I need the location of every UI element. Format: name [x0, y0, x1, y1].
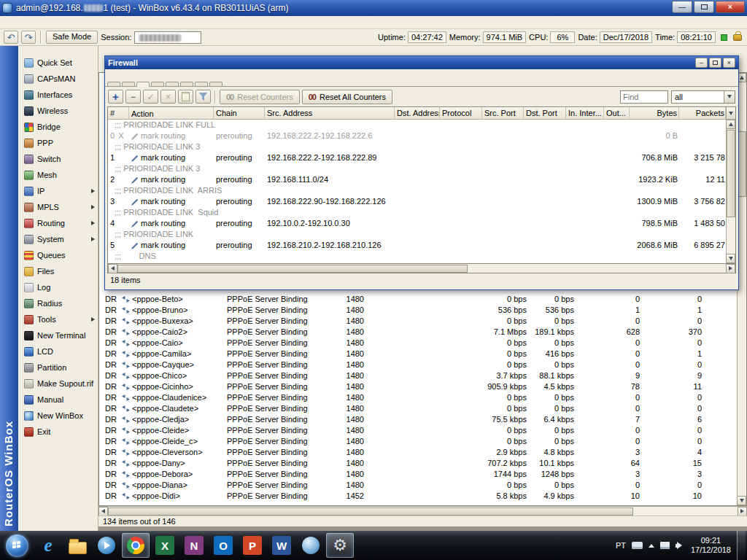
language-indicator[interactable]: PT [616, 541, 626, 550]
scroll-down-button[interactable] [726, 254, 735, 263]
hidden-icons-chevron-icon[interactable] [649, 544, 654, 548]
scrollbar-thumb[interactable] [117, 265, 468, 273]
pppoe-binding-row-pppoe-chico[interactable]: DR <pppoe-Chico> PPPoE Server Binding 14… [99, 370, 737, 381]
scroll-right-button[interactable] [738, 507, 747, 516]
firewall-rule-row[interactable]: 5 mark routing prerouting 192.168.210.2-… [108, 240, 726, 251]
remove-icon[interactable]: − [125, 90, 141, 104]
enable-icon[interactable]: ✓ [143, 90, 158, 104]
chevron-down-icon[interactable] [724, 91, 735, 103]
sidebar-item-new-winbox[interactable]: New WinBox [18, 408, 98, 424]
find-input[interactable] [620, 90, 668, 104]
column-header-dst-port[interactable]: Dst. Port [524, 107, 566, 119]
sidebar-item-partition[interactable]: Partition [18, 359, 98, 376]
keyboard-icon[interactable] [632, 542, 643, 549]
tab-connections[interactable] [180, 82, 193, 86]
session-input[interactable] [134, 31, 201, 44]
scrollbar-thumb[interactable] [727, 130, 735, 217]
column-header-out[interactable]: Out... [604, 107, 630, 119]
taskbar-app-media-icon[interactable] [93, 533, 120, 558]
sidebar-item-new-terminal[interactable]: New Terminal [18, 327, 98, 343]
taskbar-app-folder-icon[interactable] [63, 533, 91, 558]
close-button[interactable]: × [716, 1, 745, 13]
sidebar-item-ppp[interactable]: PPP [18, 135, 98, 151]
pppoe-binding-row-pppoe-claudete[interactable]: DR <pppoe-Claudete> PPPoE Server Binding… [99, 403, 737, 414]
sidebar-item-exit[interactable]: Exit [18, 424, 98, 440]
undo-arrow-icon[interactable]: ↶ [4, 31, 18, 44]
taskbar-app-gear-icon[interactable]: ⚙ [326, 533, 354, 558]
scrollbar-thumb[interactable] [108, 508, 633, 516]
tab-filter-rules[interactable] [107, 82, 120, 86]
column-header-packets[interactable]: Packets [679, 107, 726, 119]
firewall-titlebar[interactable]: Firewall – × [105, 56, 738, 69]
taskbar-app-powerpoint-icon[interactable]: P [239, 533, 266, 558]
pppoe-binding-row-pppoe-caio[interactable]: DR <pppoe-Caio> PPPoE Server Binding 148… [99, 338, 737, 349]
column-header-chain[interactable]: Chain [214, 107, 265, 119]
column-header-dst-address[interactable]: Dst. Address [395, 107, 440, 119]
tab-raw[interactable] [151, 82, 164, 86]
sidebar-item-bridge[interactable]: Bridge [18, 119, 98, 135]
sidebar-item-interfaces[interactable]: Interfaces [18, 87, 98, 103]
sidebar-item-radius[interactable]: Radius [18, 295, 98, 311]
sidebar-item-ip[interactable]: IP [18, 183, 98, 199]
sidebar-item-switch[interactable]: Switch [18, 151, 98, 167]
pppoe-binding-row-pppoe-bruno[interactable]: DR <pppoe-Bruno> PPPoE Server Binding 14… [99, 305, 737, 316]
pppoe-binding-row-pppoe-cleide-c[interactable]: DR <pppoe-Cleide_c> PPPoE Server Binding… [99, 436, 737, 447]
sidebar-item-system[interactable]: System [18, 231, 98, 247]
column-header-[interactable]: # [108, 107, 129, 119]
taskbar-app-excel-icon[interactable]: X [151, 533, 179, 558]
firewall-comment-row[interactable]: ;;; PRIORIDADE LINK 3 [108, 163, 726, 174]
sidebar-item-routing[interactable]: Routing [18, 215, 98, 231]
firewall-rule-row[interactable]: 1 mark routing prerouting 192.168.222.2-… [108, 152, 726, 163]
pppoe-binding-row-pppoe-buxexa[interactable]: DR <pppoe-Buxexa> PPPoE Server Binding 1… [99, 316, 737, 327]
comment-icon[interactable] [178, 90, 193, 104]
horizontal-scrollbar[interactable] [98, 506, 747, 516]
sidebar-item-tools[interactable]: Tools [18, 311, 98, 327]
pppoe-binding-row-pppoe-claudenice[interactable]: DR <pppoe-Claudenice> PPPoE Server Bindi… [99, 392, 737, 403]
volume-icon[interactable] [676, 542, 685, 549]
scroll-right-button[interactable] [726, 264, 735, 273]
sidebar-item-quick-set[interactable]: Quick Set [18, 55, 98, 71]
network-icon[interactable] [660, 542, 670, 549]
taskbar-app-outlook-icon[interactable]: O [209, 533, 237, 558]
safe-mode-button[interactable]: Safe Mode [46, 31, 98, 44]
taskbar-app-ie-icon[interactable]: e [34, 533, 62, 558]
add-icon[interactable]: + [108, 90, 123, 104]
sidebar-item-files[interactable]: Files [18, 263, 98, 279]
pppoe-binding-row-pppoe-cayque[interactable]: DR <pppoe-Cayque> PPPoE Server Binding 1… [99, 359, 737, 370]
filter-dropdown[interactable]: all [671, 90, 735, 104]
clock[interactable]: 09:21 17/12/2018 [691, 536, 731, 555]
column-select-button[interactable] [726, 107, 735, 119]
tab-nat[interactable] [122, 82, 135, 86]
minimize-button[interactable]: – [695, 58, 708, 68]
column-header-in-inter[interactable]: In. Inter... [566, 107, 604, 119]
restore-button[interactable] [709, 58, 721, 68]
pppoe-binding-row-pppoe-debora[interactable]: DR <pppoe-Debora> PPPoE Server Binding 1… [99, 469, 737, 480]
firewall-comment-row[interactable]: ;;; PRIORIDADE LINK Squid [108, 207, 726, 218]
menu-item-session[interactable] [0, 21, 13, 24]
pppoe-binding-row-pppoe-caio2[interactable]: DR <pppoe-Caio2> PPPoE Server Binding 14… [99, 327, 737, 338]
taskbar-app-onenote-icon[interactable]: N [180, 533, 208, 558]
pppoe-binding-row-pppoe-diana[interactable]: DR <pppoe-Diana> PPPoE Server Binding 14… [99, 480, 737, 491]
tab-service-ports[interactable] [166, 82, 179, 86]
scroll-left-button[interactable] [108, 264, 117, 273]
sidebar-item-capsman[interactable]: CAPsMAN [18, 71, 98, 87]
sidebar-item-mesh[interactable]: Mesh [18, 167, 98, 183]
sidebar-item-log[interactable]: Log [18, 279, 98, 295]
firewall-rule-row[interactable]: 2 mark routing prerouting 192.168.111.0/… [108, 174, 726, 185]
scroll-left-button[interactable] [98, 507, 108, 516]
sidebar-item-lcd[interactable]: LCD [18, 343, 98, 359]
scroll-up-button[interactable] [726, 120, 735, 129]
menu-item-settings[interactable] [13, 21, 26, 24]
sidebar-item-wireless[interactable]: Wireless [18, 103, 98, 119]
redo-arrow-icon[interactable]: ↷ [21, 31, 36, 44]
horizontal-scrollbar[interactable] [107, 264, 736, 273]
firewall-rule-row[interactable]: 0X mark routing prerouting 192.168.222.2… [108, 131, 726, 141]
pppoe-binding-row-pppoe-cleide[interactable]: DR <pppoe-Cleide> PPPoE Server Binding 1… [99, 425, 737, 436]
column-header-src-port[interactable]: Src. Port [482, 107, 524, 119]
column-header-src-address[interactable]: Src. Address [265, 107, 395, 119]
column-header-protocol[interactable]: Protocol [440, 107, 482, 119]
pppoe-binding-row-pppoe-dany[interactable]: DR <pppoe-Dany> PPPoE Server Binding 148… [99, 458, 737, 469]
pppoe-binding-row-pppoe-beto[interactable]: DR <pppoe-Beto> PPPoE Server Binding 148… [99, 294, 737, 305]
maximize-button[interactable] [694, 1, 714, 13]
firewall-comment-row[interactable]: ;;; PRIORIDADE LINK FULL [108, 120, 726, 131]
